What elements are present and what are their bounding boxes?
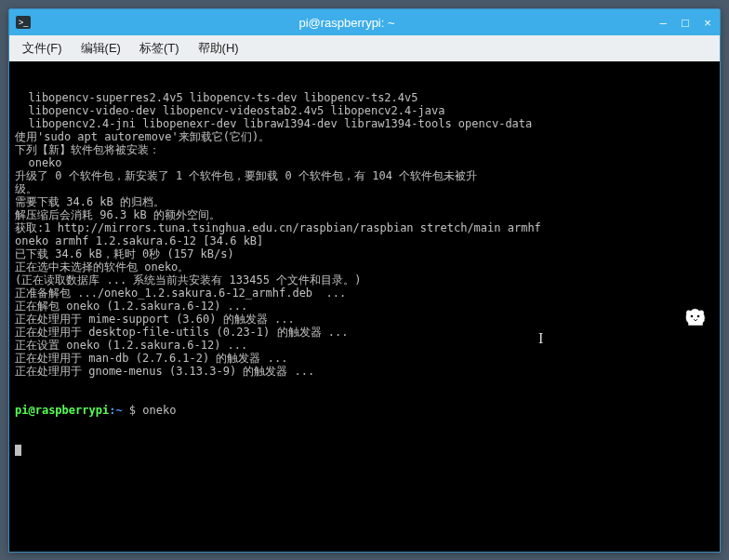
- window-title: pi@raspberrypi: ~: [37, 16, 656, 30]
- close-button[interactable]: ×: [701, 16, 714, 29]
- prompt-path: ~: [115, 404, 122, 417]
- terminal-output-line: 升级了 0 个软件包，新安装了 1 个软件包，要卸载 0 个软件包，有 104 …: [15, 169, 714, 182]
- terminal-window: >_ pi@raspberrypi: ~ – □ × 文件(F) 编辑(E) 标…: [8, 8, 721, 553]
- maximize-button[interactable]: □: [679, 16, 692, 29]
- terminal-output-line: 正在设置 oneko (1.2.sakura.6-12) ...: [15, 339, 714, 352]
- prompt-at: @: [28, 404, 34, 417]
- svg-text:>_: >_: [19, 18, 29, 27]
- terminal-output-line: 正在处理用于 mime-support (3.60) 的触发器 ...: [15, 313, 714, 326]
- terminal-output-line: 需要下载 34.6 kB 的归档。: [15, 195, 714, 208]
- terminal-output-line: libopencv-video-dev libopencv-videostab2…: [15, 104, 714, 117]
- prompt-line: pi@raspberrypi:~ $ oneko: [15, 404, 714, 417]
- window-titlebar[interactable]: >_ pi@raspberrypi: ~ – □ ×: [9, 9, 720, 35]
- terminal-output-line: oneko armhf 1.2.sakura.6-12 [34.6 kB]: [15, 234, 714, 247]
- terminal-cursor: [15, 445, 21, 456]
- menu-edit[interactable]: 编辑(E): [73, 37, 128, 60]
- terminal-output-line: 正在处理用于 desktop-file-utils (0.23-1) 的触发器 …: [15, 326, 714, 339]
- terminal-content[interactable]: libopencv-superres2.4v5 libopencv-ts-dev…: [9, 61, 720, 552]
- terminal-output-line: 解压缩后会消耗 96.3 kB 的额外空间。: [15, 208, 714, 221]
- terminal-output-line: 下列【新】软件包将被安装：: [15, 143, 714, 156]
- menu-file[interactable]: 文件(F): [15, 37, 70, 60]
- terminal-output-line: 正在解包 oneko (1.2.sakura.6-12) ...: [15, 300, 714, 313]
- cursor-line: [15, 443, 714, 456]
- terminal-output-line: 获取:1 http://mirrors.tuna.tsinghua.edu.cn…: [15, 221, 714, 234]
- terminal-output-line: 使用'sudo apt autoremove'来卸载它(它们)。: [15, 130, 714, 143]
- prompt-user: pi: [15, 404, 28, 417]
- terminal-output-line: (正在读取数据库 ... 系统当前共安装有 133455 个文件和目录。): [15, 273, 714, 287]
- window-controls: – □ ×: [656, 16, 714, 29]
- menu-help[interactable]: 帮助(H): [191, 37, 246, 60]
- prompt-dollar: $: [123, 404, 143, 417]
- terminal-output-line: 正在处理用于 man-db (2.7.6.1-2) 的触发器 ...: [15, 352, 714, 365]
- command-input: oneko: [142, 404, 176, 417]
- terminal-output-line: 正准备解包 .../oneko_1.2.sakura.6-12_armhf.de…: [15, 287, 714, 300]
- minimize-button[interactable]: –: [656, 16, 669, 29]
- menubar: 文件(F) 编辑(E) 标签(T) 帮助(H): [9, 35, 720, 61]
- terminal-output-line: libopencv-superres2.4v5 libopencv-ts-dev…: [15, 91, 714, 104]
- terminal-output-line: 正在选中未选择的软件包 oneko。: [15, 260, 714, 273]
- prompt-host: raspberrypi: [35, 404, 109, 417]
- menu-tabs[interactable]: 标签(T): [132, 37, 187, 60]
- terminal-output-line: 正在处理用于 gnome-menus (3.13.3-9) 的触发器 ...: [15, 365, 714, 378]
- terminal-output-line: 级。: [15, 182, 714, 195]
- terminal-output-line: libopencv2.4-jni libopenexr-dev libraw13…: [15, 117, 714, 130]
- terminal-output-line: oneko: [15, 156, 714, 169]
- terminal-output-line: 已下载 34.6 kB，耗时 0秒 (157 kB/s): [15, 247, 714, 260]
- terminal-app-icon: >_: [15, 15, 32, 30]
